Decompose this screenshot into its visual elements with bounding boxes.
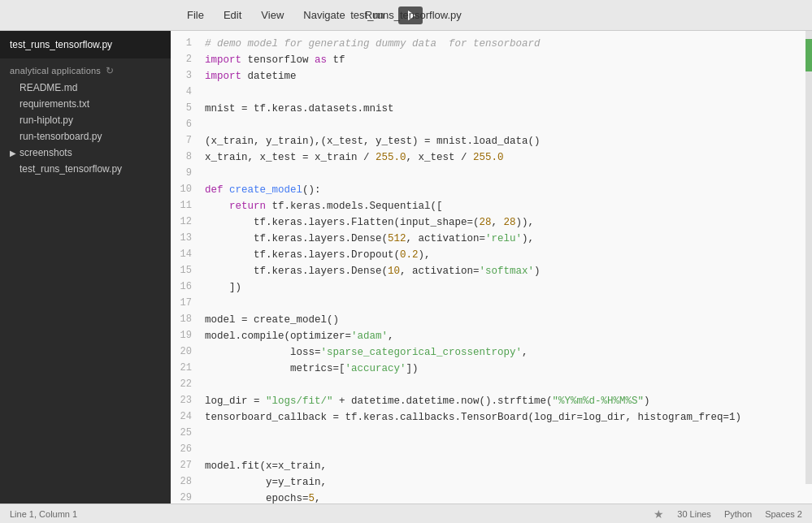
status-bar: Line 1, Column 1 ★ 30 Lines Python Space… <box>0 504 812 523</box>
language-indicator[interactable]: Python <box>724 509 752 519</box>
status-right: ★ 30 Lines Python Spaces 2 <box>654 508 802 521</box>
code-line: 27 model.fit(x=x_train, <box>171 458 812 474</box>
code-line: 6 <box>171 117 812 133</box>
code-area[interactable]: 1 # demo model for generating dummy data… <box>171 31 812 504</box>
status-left: Line 1, Column 1 <box>10 509 77 519</box>
menu-view[interactable]: View <box>253 6 292 24</box>
sidebar-item-requirements[interactable]: requirements.txt <box>0 96 171 112</box>
code-line: 2 import tensorflow as tf <box>171 52 812 68</box>
folder-arrow-icon: ▶ <box>10 149 16 158</box>
code-line: 5 mnist = tf.keras.datasets.mnist <box>171 101 812 117</box>
main-content: test_runs_tensorflow.py analytical appli… <box>0 31 812 504</box>
scrollbar-thumb[interactable] <box>805 39 812 71</box>
code-line: 8 x_train, x_test = x_train / 255.0, x_t… <box>171 149 812 166</box>
scrollbar-track[interactable] <box>805 31 812 484</box>
menu-edit[interactable]: Edit <box>215 6 250 24</box>
code-line: 19 model.compile(optimizer='adam', <box>171 328 812 344</box>
code-line: 4 <box>171 84 812 101</box>
code-line: 24 tensorboard_callback = tf.keras.callb… <box>171 409 812 426</box>
code-line: 26 <box>171 442 812 458</box>
code-line: 10 def create_model(): <box>171 182 812 198</box>
code-line: 16 ]) <box>171 279 812 296</box>
sidebar-folder-screenshots[interactable]: ▶ screenshots <box>0 145 171 161</box>
code-line: 14 tf.keras.layers.Dropout(0.2), <box>171 247 812 263</box>
code-line: 7 (x_train, y_train),(x_test, y_test) = … <box>171 133 812 149</box>
line-count: 30 Lines <box>677 509 711 519</box>
sidebar-item-readme[interactable]: README.md <box>0 80 171 96</box>
sidebar-item-run-tensorboard[interactable]: run-tensorboard.py <box>0 128 171 145</box>
code-line: 21 metrics=['accuracy']) <box>171 361 812 377</box>
code-line: 3 import datetime <box>171 68 812 84</box>
sidebar-section-header: analytical applications ↻ <box>0 58 171 80</box>
code-line: 12 tf.keras.layers.Flatten(input_shape=(… <box>171 214 812 231</box>
code-line: 17 <box>171 296 812 312</box>
code-line: 29 epochs=5, <box>171 491 812 504</box>
code-line: 18 model = create_model() <box>171 312 812 328</box>
sidebar-item-test-runs[interactable]: test_runs_tensorflow.py <box>0 161 171 177</box>
refresh-icon[interactable]: ↻ <box>106 65 114 76</box>
sidebar-item-run-hiplot[interactable]: run-hiplot.py <box>0 112 171 128</box>
code-line: 9 <box>171 166 812 182</box>
sidebar: test_runs_tensorflow.py analytical appli… <box>0 31 171 504</box>
sidebar-folder-label: screenshots <box>20 147 72 158</box>
star-icon: ★ <box>654 508 664 521</box>
spaces-indicator[interactable]: Spaces 2 <box>765 509 802 519</box>
code-line: 20 loss='sparse_categorical_crossentropy… <box>171 344 812 361</box>
menu-file[interactable]: File <box>179 6 212 24</box>
code-line: 28 y=y_train, <box>171 474 812 491</box>
editor: 1 # demo model for generating dummy data… <box>171 31 812 504</box>
section-label: analytical applications <box>10 66 101 76</box>
code-line: 11 return tf.keras.models.Sequential([ <box>171 198 812 214</box>
code-line: 13 tf.keras.layers.Dense(512, activation… <box>171 231 812 247</box>
menu-navigate[interactable]: Navigate <box>295 6 353 24</box>
cursor-position: Line 1, Column 1 <box>10 509 77 519</box>
code-line: 1 # demo model for generating dummy data… <box>171 36 812 52</box>
code-line: 25 <box>171 426 812 442</box>
title-bar: File Edit View Navigate Run test_runs_te… <box>0 0 812 31</box>
code-line: 22 <box>171 377 812 393</box>
code-line: 23 log_dir = "logs/fit/" + datetime.date… <box>171 393 812 409</box>
sidebar-active-file: test_runs_tensorflow.py <box>0 31 171 58</box>
file-title: test_runs_tensorflow.py <box>350 9 462 21</box>
code-line: 15 tf.keras.layers.Dense(10, activation=… <box>171 263 812 279</box>
